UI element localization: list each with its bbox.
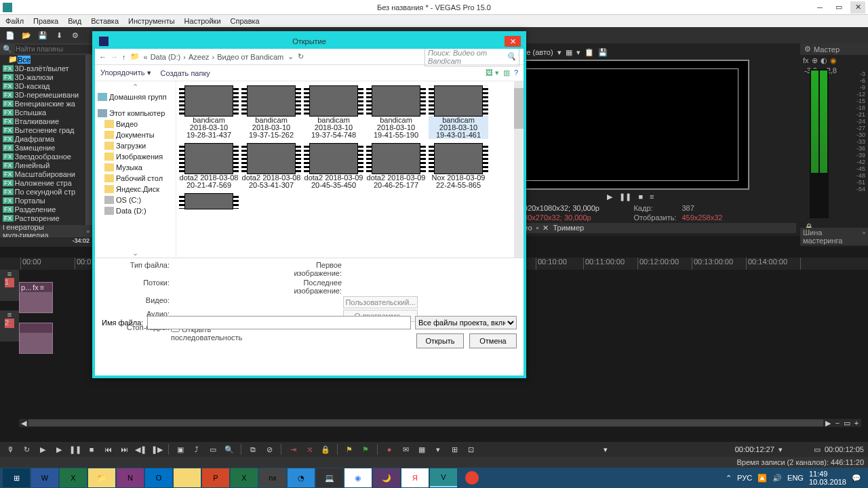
open-button[interactable]: Открыть [416, 333, 464, 348]
file-item[interactable]: bandicam2018-03-1019-37-15-262 [241, 85, 301, 139]
taskbar-app-blue[interactable]: ◔ [288, 468, 315, 487]
file-item[interactable]: dota2 2018-03-0920-45-35-450 [304, 143, 363, 189]
taskbar-app-yellow[interactable] [174, 468, 201, 487]
tool-a-icon[interactable]: ● [383, 443, 395, 455]
taskbar-outlook[interactable]: O [145, 468, 172, 487]
menu-tools[interactable]: Инструменты [128, 17, 175, 25]
cc-icon[interactable]: ▭ [814, 445, 821, 454]
fx-item[interactable]: FXРастворение [0, 214, 92, 222]
menu-view[interactable]: Вид [68, 17, 81, 25]
nav-back-icon[interactable]: ← [99, 53, 106, 61]
fx-item[interactable]: FX3D-взлёт/вылет [0, 64, 92, 73]
menu-file[interactable]: Файл [5, 17, 24, 25]
fx-item[interactable]: FXЛинейный [0, 161, 92, 169]
fx-scrollbar[interactable] [85, 55, 92, 225]
start-button[interactable]: ⊞ [3, 468, 30, 487]
tray-notif-icon[interactable]: 💬 [852, 474, 861, 483]
refresh-icon[interactable]: ↻ [298, 52, 304, 61]
pause-icon[interactable]: ❚❚ [619, 192, 631, 201]
minimize-button[interactable]: ─ [812, 1, 827, 14]
save-icon[interactable]: 💾 [37, 29, 49, 41]
taskbar-yandex[interactable]: Я [401, 468, 429, 487]
taskbar-excel[interactable]: X [60, 468, 87, 487]
gear-icon[interactable]: ⚙ [804, 45, 811, 54]
menu-options[interactable]: Настройки [184, 17, 221, 25]
taskbar-app-dark[interactable]: nx [259, 468, 286, 487]
folder-tree[interactable]: ⌃ Домашняя групп Этот компьютер ВидеоДок… [95, 81, 176, 258]
taskbar-chrome[interactable]: ◉ [344, 468, 372, 487]
taskbar-app-laptop[interactable]: 💻 [316, 468, 343, 487]
go-start-icon[interactable]: ⏮ [102, 443, 114, 455]
fx-item[interactable]: FXЗвездообразное [0, 152, 92, 161]
track-menu-icon[interactable]: ≡ [7, 270, 12, 278]
auto-crossfade-icon[interactable]: ⤭ [303, 443, 315, 455]
preview-pane-icon[interactable]: ▥ [503, 68, 510, 77]
fx-all-node[interactable]: Все [18, 56, 31, 64]
help-icon[interactable]: ? [514, 68, 518, 77]
tree-item[interactable]: Изображения [98, 151, 173, 162]
fx-item[interactable]: FXВенецианские жа [0, 99, 92, 108]
normal-edit-icon[interactable]: ▣ [174, 443, 186, 455]
organize-button[interactable]: Упорядочить ▾ [100, 68, 151, 77]
taskbar-app-purple[interactable]: 🌙 [373, 468, 400, 487]
select-icon[interactable]: ▭ [207, 443, 219, 455]
filename-input[interactable] [147, 316, 411, 329]
envelope-icon[interactable]: ⤴ [191, 443, 203, 455]
record-icon[interactable]: 🎙 [4, 443, 16, 455]
tray-up-icon[interactable]: ⌃ [726, 474, 732, 483]
cancel-button[interactable]: Отмена [469, 333, 517, 348]
next-frame-icon[interactable]: ❚▶ [151, 443, 163, 455]
file-item[interactable]: bandicam2018-03-1019-43-01-461 [429, 85, 488, 139]
timeline-scrollbar[interactable]: ◀▶−▭+ [19, 419, 861, 427]
play-icon[interactable]: ▶ [607, 192, 612, 201]
custom-button[interactable]: Пользовательский... [343, 296, 418, 308]
tray-vol-icon[interactable]: 🔊 [772, 474, 782, 483]
file-item[interactable]: dota2 2018-03-0820-53-41-307 [241, 143, 301, 189]
panel-btn-icon[interactable]: ▫ [536, 224, 539, 232]
snap-icon[interactable]: ⧉ [247, 443, 259, 455]
file-item[interactable]: dota2 2018-03-0820-21-47-569 [179, 143, 239, 189]
tray-safe-icon[interactable]: 🔼 [757, 474, 767, 483]
lock-icon[interactable]: 🔒 [319, 443, 332, 455]
file-item[interactable]: bandicam2018-03-1019-41-55-190 [366, 85, 426, 139]
go-end-icon[interactable]: ⏭ [118, 443, 130, 455]
taskbar-powerpoint[interactable]: P [202, 468, 229, 487]
fx-item[interactable]: FXЗамещение [0, 143, 92, 152]
stop-icon[interactable]: ■ [638, 192, 643, 201]
close-button[interactable]: ✕ [850, 1, 865, 14]
maximize-button[interactable]: ▭ [831, 1, 846, 14]
taskbar-explorer[interactable]: 📁 [88, 468, 115, 487]
menu-edit[interactable]: Правка [33, 17, 58, 25]
nav-up-icon[interactable]: ↑ [122, 53, 126, 61]
fx-item[interactable]: FXРазделение [0, 205, 92, 214]
open-icon[interactable]: 📂 [20, 29, 33, 41]
nav-fwd-icon[interactable]: → [111, 53, 118, 61]
dialog-close-button[interactable]: ✕ [505, 36, 521, 47]
tree-item[interactable]: Музыка [98, 162, 173, 173]
fx-search-input[interactable] [15, 45, 102, 54]
overlay-icon[interactable]: ▾ [576, 48, 580, 57]
panel-x-icon[interactable]: ✕ [542, 224, 549, 232]
file-scrollbar[interactable] [514, 81, 524, 258]
ignore-icon[interactable]: ⊘ [263, 443, 275, 455]
file-item[interactable]: bandicam2018-03-1019-28-31-437 [179, 85, 239, 139]
insert-icon[interactable]: ⊕ [812, 56, 818, 65]
play-start-icon[interactable]: ▶ [37, 443, 49, 455]
mute-icon[interactable]: ◉ [830, 56, 837, 65]
taskbar-onenote[interactable]: N [117, 468, 144, 487]
crumb-dropdown-icon[interactable]: ⌄ [288, 52, 294, 61]
file-item[interactable]: dota2 2018-03-0920-46-25-177 [366, 143, 426, 189]
marker2-icon[interactable]: ⚑ [359, 443, 372, 455]
fx-item[interactable]: FX3D-каскад [0, 81, 92, 90]
clip-menu-icon[interactable]: ≡ [40, 283, 44, 291]
tree-item[interactable]: Документы [98, 129, 173, 140]
fx-item[interactable]: FXМасштабировани [0, 169, 92, 178]
track-header-2[interactable]: ≡2 [0, 310, 19, 342]
fx-item[interactable]: FX3D-жалюзи [0, 73, 92, 81]
dialog-search-input[interactable]: Поиск: Видео от Bandicam🔍 [425, 47, 519, 66]
tree-item[interactable]: Data (D:) [98, 205, 173, 216]
taskbar-vegas[interactable]: V [430, 468, 457, 487]
tray-kbd[interactable]: ENG [787, 474, 804, 482]
marker-icon[interactable]: ⚑ [343, 443, 355, 455]
fx-item[interactable]: FX3D-перемешивани [0, 90, 92, 99]
